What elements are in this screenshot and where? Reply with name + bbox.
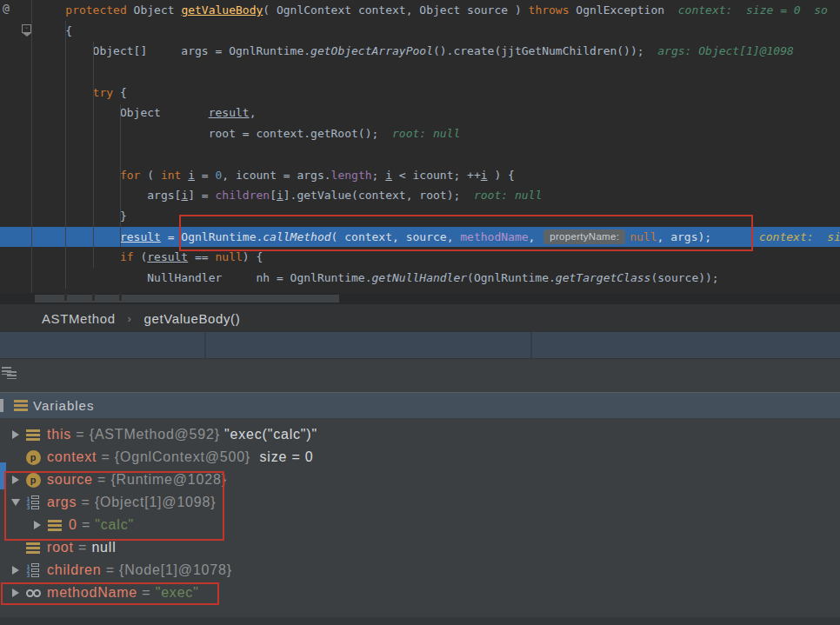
code-line[interactable]: root = context.getRoot(); root: null (0, 123, 840, 144)
code-token: Object (127, 3, 182, 17)
inline-debugger-hint: context: siz (711, 230, 840, 243)
code-line[interactable]: NullHandler nh = OgnlRuntime.getNullHand… (0, 268, 840, 289)
code-token: == (188, 250, 215, 263)
variable-row-methodName[interactable]: methodName = "exec" (0, 582, 840, 604)
code-line[interactable]: args[i] = children[i].getValue(context, … (0, 185, 840, 206)
variables-icon (14, 400, 28, 411)
tab-divider (204, 332, 206, 358)
layout-options-icon[interactable] (7, 371, 17, 379)
code-token: for (38, 169, 140, 182)
code-token: result (147, 250, 188, 263)
array-icon: 1 2 3 (27, 563, 40, 577)
code-line[interactable]: try { (0, 83, 840, 103)
code-token: NullHandler nh = OgnlRuntime. (38, 271, 372, 284)
code-token: i (277, 189, 283, 202)
code-token: { (113, 86, 127, 99)
code-token: Object (38, 106, 209, 119)
code-token: [ (270, 189, 277, 202)
execution-line[interactable]: result = OgnlRuntime.callMethod( context… (0, 227, 840, 248)
variable-name: source (47, 472, 93, 488)
scrollbar-thumb[interactable] (35, 295, 339, 303)
equals-sign: = (74, 540, 92, 555)
code-token: throws (529, 3, 570, 17)
code-token: null (630, 230, 657, 243)
ide-debugger-window: protected Object getValueBody( OgnlConte… (0, 0, 840, 625)
code-token: (OgnlRuntime. (467, 271, 556, 284)
code-token: children (216, 189, 270, 202)
code-token (38, 230, 120, 243)
variable-icon-slot (46, 520, 63, 531)
code-token: ; (372, 169, 386, 182)
expand-arrow[interactable] (9, 588, 23, 597)
code-token: methodName (460, 230, 528, 243)
code-line[interactable] (0, 144, 840, 165)
variable-name: children (47, 562, 101, 578)
code-line[interactable]: Object result, (0, 103, 840, 123)
expand-arrow[interactable] (9, 475, 23, 484)
code-editor[interactable]: protected Object getValueBody( OgnlConte… (0, 0, 840, 293)
code-token: ] = (188, 189, 215, 202)
variables-panel-title: Variables (33, 398, 94, 413)
variable-name: this (47, 427, 71, 442)
fold-minus: - (22, 24, 31, 33)
variable-row-source[interactable]: psource = {Runtime@1028} (0, 469, 840, 491)
indent-guide (65, 21, 66, 289)
code-line[interactable]: protected Object getValueBody( OgnlConte… (0, 0, 840, 21)
variable-reference: {OgnlContext@500} (115, 449, 260, 465)
variable-value: size = 0 (259, 449, 313, 465)
scrollbar-gap (92, 293, 95, 301)
expand-arrow[interactable] (9, 566, 23, 575)
code-token: = OgnlRuntime. (161, 230, 263, 243)
code-line[interactable]: for ( int i = 0, icount = args.length; i… (0, 165, 840, 186)
code-token: Object[] args = OgnlRuntime. (38, 44, 310, 57)
code-token: null (216, 250, 243, 263)
chevron-right-icon (12, 430, 19, 439)
parameter-name-hint-chip: propertyName: (543, 229, 625, 244)
variable-row-this[interactable]: this = {ASTMethod@592} "exec("calc")" (0, 423, 840, 446)
fold-marker-icon[interactable]: - (22, 24, 31, 37)
variables-panel[interactable]: this = {ASTMethod@592} "exec("calc")"pco… (0, 418, 840, 625)
code-token: = (195, 169, 215, 182)
chevron-right-icon (12, 475, 19, 484)
code-line[interactable]: Object[] args = OgnlRuntime.getObjectArr… (0, 41, 840, 62)
variable-icon-slot (24, 429, 42, 441)
variable-row-0[interactable]: 0 = "calc" (0, 514, 840, 536)
code-line[interactable]: } (0, 206, 840, 227)
code-token: ().create(jjtGetNumChildren()); (433, 44, 644, 57)
code-token: OgnlException (570, 3, 665, 17)
code-token: i (385, 169, 392, 182)
debugger-tabs-band (0, 332, 840, 358)
code-line[interactable] (0, 62, 840, 83)
value-icon (48, 520, 62, 531)
horizontal-scrollbar[interactable] (0, 293, 840, 304)
equals-sign: = (101, 562, 119, 578)
variable-name: context (47, 449, 97, 465)
variable-row-root[interactable]: root = null (0, 536, 840, 559)
panel-handle (0, 399, 3, 412)
variable-row-children[interactable]: 1 2 3children = {Node[1]@1078} (0, 559, 840, 582)
variable-row-context[interactable]: pcontext = {OgnlContext@500} size = 0 (0, 446, 840, 469)
watch-icon (26, 589, 41, 597)
variable-row-args[interactable]: 1 2 3args = {Object[1]@1098} (0, 491, 840, 514)
variables-panel-header[interactable]: Variables (0, 392, 840, 418)
code-token: result (120, 230, 161, 243)
expand-arrow[interactable] (9, 430, 23, 439)
equals-sign: = (137, 585, 156, 601)
inline-debugger-hint: context: size = 0 so (664, 3, 828, 17)
breadcrumb-item-class[interactable]: ASTMethod (42, 311, 116, 326)
expand-arrow[interactable] (9, 499, 23, 506)
breadcrumb-item-method[interactable]: getValueBody() (144, 311, 241, 326)
equals-sign: = (77, 517, 96, 533)
variable-reference: {Object[1]@1098} (95, 495, 216, 510)
variable-icon-slot: p (24, 450, 42, 465)
code-token: , (250, 106, 257, 119)
code-token: { (38, 24, 72, 37)
toolwindow-stripe-highlight (0, 462, 6, 489)
code-line[interactable]: { (0, 21, 840, 42)
variable-value: "exec" (156, 585, 199, 601)
variable-value: null (91, 540, 116, 555)
variable-reference: {Node[1]@1078} (119, 562, 232, 578)
expand-arrow[interactable] (30, 521, 44, 529)
annotation-gutter-icon[interactable]: @ (3, 0, 10, 17)
code-line[interactable]: if (result == null) { (0, 247, 840, 268)
